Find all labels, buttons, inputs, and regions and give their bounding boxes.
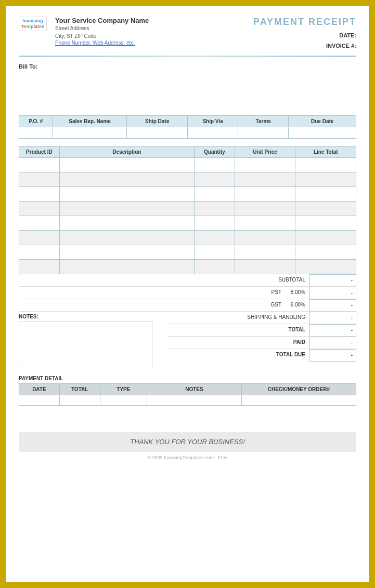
total-due-row: TOTAL DUE -: [167, 349, 356, 362]
qty-1: [194, 157, 235, 172]
ltotal-7: [295, 245, 356, 259]
col-product-id: Product ID: [19, 146, 60, 157]
subtotal-value: -: [309, 274, 356, 286]
desc-2: [59, 172, 194, 186]
order-col-shipdate: Ship Date: [127, 115, 188, 127]
footer-space: [19, 406, 356, 426]
qty-5: [194, 216, 235, 230]
thank-you-bar: THANK YOU FOR YOUR BUSINESS!: [19, 432, 356, 452]
logo-box: Invoicing Templates: [19, 17, 47, 31]
logo-invoicing: Invoicing: [21, 18, 44, 24]
date-row: DATE:: [253, 31, 356, 41]
logo-section: Invoicing Templates Your Service Company…: [19, 17, 149, 46]
shipping-label: SHIPPING & HANDLING: [247, 312, 309, 324]
logo-templates: Templates: [21, 24, 44, 30]
order-sales-cell: [53, 127, 127, 138]
ltotal-8: [295, 259, 356, 274]
gst-rate: 6.00%: [283, 299, 309, 311]
desc-7: [59, 245, 194, 259]
pid-8: [19, 259, 60, 274]
company-info: Your Service Company Name Street Address…: [55, 17, 149, 46]
total-label: TOTAL: [289, 324, 309, 336]
company-city: City, ST ZIP Code: [55, 32, 149, 40]
product-row: [19, 216, 356, 230]
total-row: TOTAL -: [167, 324, 356, 337]
ltotal-4: [295, 201, 356, 216]
document: Invoicing Templates Your Service Company…: [6, 6, 369, 582]
date-label: DATE:: [339, 32, 356, 38]
payment-col-total: TOTAL: [59, 383, 100, 395]
ptype-1: [100, 395, 147, 405]
qty-6: [194, 230, 235, 245]
qty-7: [194, 245, 235, 259]
pid-5: [19, 216, 60, 230]
qty-3: [194, 186, 235, 201]
payment-table: DATE TOTAL TYPE NOTES CHECK/MONEY ORDER#: [19, 383, 356, 406]
gst-row: GST 6.00% -: [19, 299, 356, 312]
product-row: [19, 172, 356, 186]
desc-1: [59, 157, 194, 172]
order-terms-cell: [238, 127, 289, 138]
bill-to-label: Bill To:: [19, 63, 37, 70]
thank-you-text: THANK YOU FOR YOUR BUSINESS!: [130, 438, 245, 446]
uprice-4: [235, 201, 295, 216]
shipping-total-container: SHIPPING & HANDLING - TOTAL - PAID -: [167, 312, 356, 362]
payment-detail-section: PAYMENT DETAIL DATE TOTAL TYPE NOTES CHE…: [19, 376, 356, 406]
paid-value: -: [309, 337, 356, 349]
uprice-7: [235, 245, 295, 259]
order-duedate-cell: [289, 127, 356, 138]
order-table: P.O. # Sales Rep. Name Ship Date Ship Vi…: [19, 115, 356, 139]
totals-section: SUBTOTAL - PST 8.00% - GST 6.00% -: [19, 274, 356, 367]
ltotal-1: [295, 157, 356, 172]
paid-label: PAID: [293, 337, 309, 349]
ltotal-2: [295, 172, 356, 186]
header-divider: [19, 56, 356, 57]
pst-label: PST: [271, 287, 283, 299]
qty-2: [194, 172, 235, 186]
shipping-row: SHIPPING & HANDLING -: [167, 312, 356, 324]
pst-value: -: [309, 287, 356, 299]
subtotal-row: SUBTOTAL -: [19, 274, 356, 287]
payment-col-type: TYPE: [100, 383, 147, 395]
invoice-row: INVOICE #:: [253, 41, 356, 51]
paid-row: PAID -: [167, 337, 356, 349]
order-po-cell: [19, 127, 53, 138]
receipt-title: PAYMENT RECEIPT: [253, 17, 356, 28]
qty-8: [194, 259, 235, 274]
company-phone: Phone Number, Web Address, etc.: [55, 40, 149, 46]
pcheck-1: [241, 395, 356, 405]
product-row: [19, 259, 356, 274]
desc-4: [59, 201, 194, 216]
order-shipvia-cell: [187, 127, 238, 138]
desc-6: [59, 230, 194, 245]
date-invoice-block: DATE: INVOICE #:: [253, 31, 356, 51]
order-shipdate-cell: [127, 127, 188, 138]
pst-row: PST 8.00% -: [19, 287, 356, 299]
payment-col-notes: NOTES: [147, 383, 241, 395]
order-data-row: [19, 127, 356, 138]
ltotal-3: [295, 186, 356, 201]
desc-3: [59, 186, 194, 201]
shipping-notes-row: NOTES: SHIPPING & HANDLING - TOTAL -: [19, 312, 356, 367]
product-row: [19, 245, 356, 259]
col-description: Description: [59, 146, 194, 157]
ltotal-5: [295, 216, 356, 230]
qty-4: [194, 201, 235, 216]
invoice-label: INVOICE #:: [326, 43, 356, 49]
payment-col-date: DATE: [19, 383, 60, 395]
pnotes-1: [147, 395, 241, 405]
pid-2: [19, 172, 60, 186]
col-quantity: Quantity: [194, 146, 235, 157]
product-row: [19, 230, 356, 245]
uprice-6: [235, 230, 295, 245]
order-col-shipvia: Ship Via: [187, 115, 238, 127]
page-wrapper: Invoicing Templates Your Service Company…: [0, 0, 375, 588]
product-row: [19, 157, 356, 172]
header-right: PAYMENT RECEIPT DATE: INVOICE #:: [253, 17, 356, 51]
desc-5: [59, 216, 194, 230]
uprice-8: [235, 259, 295, 274]
order-col-duedate: Due Date: [289, 115, 356, 127]
footer-copyright: © 2009 InvoicingTemplates.com - Free: [19, 455, 356, 460]
product-row: [19, 186, 356, 201]
order-col-terms: Terms: [238, 115, 289, 127]
